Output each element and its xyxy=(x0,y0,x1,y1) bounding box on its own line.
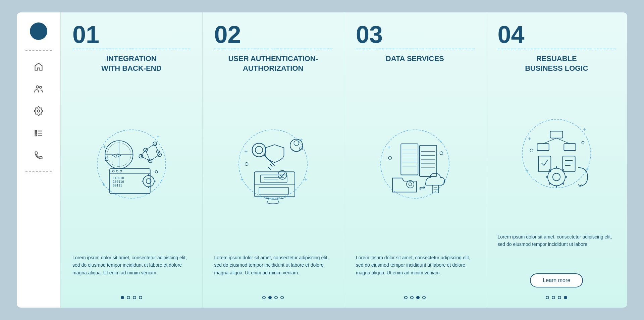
svg-rect-75 xyxy=(420,145,437,176)
card-3-title: DATA SERVICES xyxy=(356,54,474,74)
list-icon[interactable] xyxy=(33,127,45,139)
svg-line-32 xyxy=(146,150,150,161)
svg-rect-106 xyxy=(563,156,575,171)
svg-point-2 xyxy=(38,110,40,112)
dot-4 xyxy=(422,296,426,299)
svg-line-103 xyxy=(543,138,556,144)
card-3-illustration: + + + xyxy=(356,77,474,251)
sidebar-divider-top xyxy=(25,50,52,51)
dot-4 xyxy=(564,296,567,299)
svg-text:00111: 00111 xyxy=(113,183,122,187)
svg-rect-102 xyxy=(564,144,576,150)
card-4-dots xyxy=(498,296,616,299)
svg-text:+: + xyxy=(387,144,391,150)
svg-point-59 xyxy=(290,139,303,152)
cards-area: 01 INTEGRATIONWITH BACK-END + + + + xyxy=(60,12,627,308)
svg-text:100110: 100110 xyxy=(113,180,124,183)
dot-1 xyxy=(404,296,408,299)
card-1-number: 01 xyxy=(72,22,191,47)
dot-4 xyxy=(139,296,142,299)
svg-line-30 xyxy=(141,156,150,161)
svg-point-35 xyxy=(112,170,114,172)
card-4-number: 04 xyxy=(498,22,616,47)
svg-line-116 xyxy=(549,169,550,171)
dot-1 xyxy=(546,296,549,299)
card-3-text: Lorem ipsum dolor sit amet, consectetur … xyxy=(356,254,474,291)
card-2-number: 02 xyxy=(214,22,332,47)
dot-2 xyxy=(127,296,130,299)
svg-text:+: + xyxy=(583,126,586,132)
svg-rect-4 xyxy=(35,132,37,134)
sidebar-divider-bottom xyxy=(25,171,52,172)
svg-text:+: + xyxy=(439,138,442,144)
dot-2 xyxy=(410,296,414,299)
svg-line-29 xyxy=(150,155,159,161)
dot-3 xyxy=(133,296,136,299)
svg-point-54 xyxy=(252,143,266,157)
svg-rect-63 xyxy=(259,188,288,194)
svg-line-118 xyxy=(549,183,550,184)
card-1-dots xyxy=(72,296,191,299)
svg-point-55 xyxy=(255,146,263,154)
svg-line-57 xyxy=(270,164,272,166)
card-4-text: Lorem ipsum dolor sit amet, consectetur … xyxy=(498,233,616,270)
card-4: 04 RESUABLEBUSINESS LOGIC + + + + xyxy=(486,12,628,308)
settings-icon[interactable] xyxy=(33,105,45,117)
logo xyxy=(30,22,47,40)
dot-3 xyxy=(558,296,561,299)
card-3-dots xyxy=(356,296,474,299)
dot-1 xyxy=(121,296,124,299)
svg-point-36 xyxy=(116,170,118,172)
svg-line-58 xyxy=(268,167,271,169)
card-3-number: 03 xyxy=(356,22,474,47)
dot-2 xyxy=(552,296,555,299)
dot-3 xyxy=(416,296,420,299)
learn-more-button[interactable]: Learn more xyxy=(530,273,583,287)
dot-1 xyxy=(262,296,266,299)
svg-point-73 xyxy=(440,152,443,155)
svg-text:+: + xyxy=(103,144,106,150)
sidebar xyxy=(17,12,60,308)
svg-point-41 xyxy=(143,175,154,186)
dot-4 xyxy=(280,296,284,299)
card-2-dots xyxy=(214,296,332,299)
svg-text:+: + xyxy=(156,134,160,140)
svg-rect-101 xyxy=(537,144,549,150)
svg-point-99 xyxy=(582,142,584,144)
svg-point-68 xyxy=(381,130,449,198)
card-1: 01 INTEGRATIONWITH BACK-END + + + + xyxy=(60,12,202,308)
svg-point-52 xyxy=(245,162,248,165)
svg-point-1 xyxy=(40,86,42,88)
svg-rect-105 xyxy=(538,156,551,171)
svg-text:+: + xyxy=(300,137,303,143)
card-1-text: Lorem ipsum dolor sit amet, consectetur … xyxy=(72,254,191,291)
card-2-text: Lorem ipsum dolor sit amet, consectetur … xyxy=(214,254,332,291)
svg-rect-100 xyxy=(550,131,563,138)
svg-text:+: + xyxy=(159,178,163,184)
users-icon[interactable] xyxy=(33,83,45,95)
home-icon[interactable] xyxy=(33,61,45,73)
svg-text:+: + xyxy=(245,148,248,155)
svg-point-98 xyxy=(530,149,533,152)
dot-3 xyxy=(274,296,278,299)
card-2-title: USER AUTHENTICATION-AUTHORIZATION xyxy=(214,54,332,74)
svg-text:</>: </> xyxy=(112,152,121,158)
svg-point-86 xyxy=(407,180,414,188)
svg-point-16 xyxy=(155,171,157,173)
svg-point-72 xyxy=(388,156,391,159)
phone-icon[interactable] xyxy=(33,149,45,161)
card-3: 03 DATA SERVICES + + + xyxy=(344,12,486,308)
card-1-illustration: + + + + </> xyxy=(72,77,191,251)
svg-line-119 xyxy=(563,183,564,184)
card-2-illustration: + + + + xyxy=(214,77,332,251)
svg-text:+: + xyxy=(304,176,308,182)
svg-point-0 xyxy=(36,86,39,88)
main-container: 01 INTEGRATIONWITH BACK-END + + + + xyxy=(17,12,627,308)
card-1-title: INTEGRATIONWITH BACK-END xyxy=(72,54,191,74)
card-4-title: RESUABLEBUSINESS LOGIC xyxy=(498,54,616,74)
card-2: 02 USER AUTHENTICATION-AUTHORIZATION + +… xyxy=(202,12,344,308)
svg-text:+: + xyxy=(528,136,531,142)
svg-point-37 xyxy=(120,170,122,172)
svg-text:+: + xyxy=(240,176,244,182)
svg-point-23 xyxy=(153,142,157,146)
